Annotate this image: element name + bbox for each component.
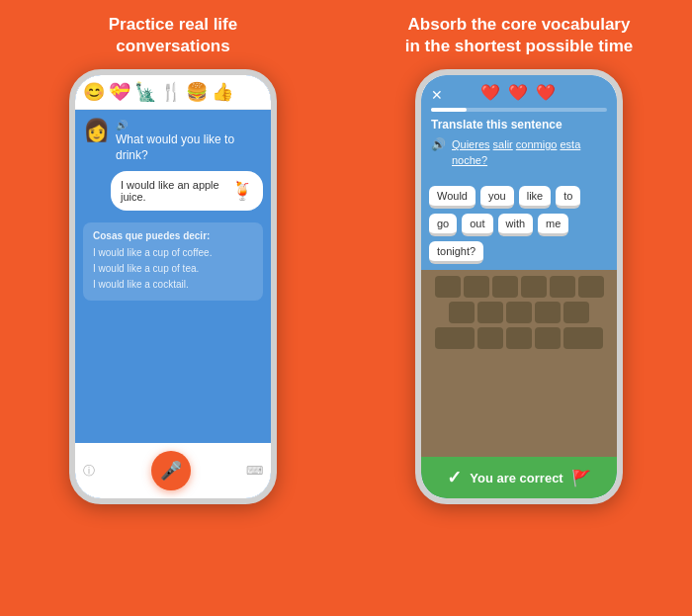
key-row-1 xyxy=(427,276,611,298)
key[interactable] xyxy=(506,302,532,323)
header-top-row: ✕ ❤️ ❤️ ❤️ xyxy=(431,83,607,106)
keyboard-icon[interactable]: ⌨ xyxy=(246,464,263,478)
cocktail-emoji: 🍹 xyxy=(231,180,253,202)
key[interactable] xyxy=(563,327,603,349)
conversation-area: 👩 🔊 What would you like to drink? I woul… xyxy=(75,110,271,443)
left-section: Practice real life conversations 😊 💝 🗽 🍴… xyxy=(0,0,346,616)
correct-text: You are correct xyxy=(470,471,562,485)
key[interactable] xyxy=(521,276,547,298)
response-bubble: I would like an apple juice. 🍹 xyxy=(111,171,263,211)
spanish-text: Quieres salir conmigo estanoche? xyxy=(452,137,580,168)
key[interactable] xyxy=(477,327,503,349)
keyboard-area xyxy=(421,270,617,457)
sentence-speaker-icon[interactable]: 🔊 xyxy=(431,137,446,151)
question-bubble: 🔊 What would you like to drink? xyxy=(116,120,234,163)
tile-like[interactable]: like xyxy=(519,186,552,209)
key[interactable] xyxy=(535,327,561,349)
mic-icon: 🎤 xyxy=(160,460,182,482)
suggestions-box: Cosas que puedes decir: I would like a c… xyxy=(83,222,263,301)
emoji-1: 😊 xyxy=(83,81,105,103)
mic-button[interactable]: 🎤 xyxy=(151,451,191,490)
left-screen: 😊 💝 🗽 🍴 🍔 👍 👩 🔊 What would you like to d… xyxy=(75,75,271,498)
right-caption: Absorb the core vocabulary in the shorte… xyxy=(405,14,634,57)
left-phone: 😊 💝 🗽 🍴 🍔 👍 👩 🔊 What would you like to d… xyxy=(69,69,277,504)
emoji-3: 🗽 xyxy=(134,81,156,103)
right-section: Absorb the core vocabulary in the shorte… xyxy=(346,0,692,616)
right-header: ✕ ❤️ ❤️ ❤️ Translate this sentence 🔊 Qui… xyxy=(421,75,617,180)
key-row-3 xyxy=(427,327,611,349)
emoji-4: 🍴 xyxy=(160,81,182,103)
suggestion-1: I would like a cup of coffee. xyxy=(93,245,253,261)
translate-label: Translate this sentence xyxy=(431,118,607,132)
hearts-row: ❤️ ❤️ ❤️ xyxy=(480,83,556,102)
close-button[interactable]: ✕ xyxy=(431,87,443,103)
key[interactable] xyxy=(563,302,589,323)
emoji-6: 👍 xyxy=(212,81,233,103)
progress-bar xyxy=(431,108,607,112)
question-text: What would you like to drink? xyxy=(116,132,234,163)
suggestion-2: I would like a cup of tea. xyxy=(93,261,253,277)
emoji-2: 💝 xyxy=(109,81,130,103)
key[interactable] xyxy=(464,276,489,298)
progress-fill xyxy=(431,108,467,112)
key-row-2 xyxy=(427,302,611,323)
right-phone: ✕ ❤️ ❤️ ❤️ Translate this sentence 🔊 Qui… xyxy=(415,69,623,504)
emoji-bar: 😊 💝 🗽 🍴 🍔 👍 xyxy=(75,75,271,110)
speaker-icon[interactable]: 🔊 xyxy=(116,120,234,131)
question-row: 👩 🔊 What would you like to drink? xyxy=(83,120,263,163)
tile-you[interactable]: you xyxy=(480,186,514,209)
tile-would[interactable]: Would xyxy=(429,186,476,209)
word-tiles-area: Would you like to go out with me tonight… xyxy=(421,180,617,270)
key[interactable] xyxy=(535,302,561,323)
suggestion-3: I would like a cocktail. xyxy=(93,277,253,293)
tile-me[interactable]: me xyxy=(538,214,568,236)
key[interactable] xyxy=(477,302,503,323)
key[interactable] xyxy=(449,302,475,323)
key[interactable] xyxy=(506,327,532,349)
info-icon[interactable]: ⓘ xyxy=(83,463,95,480)
suggestions-title: Cosas que puedes decir: xyxy=(93,230,253,241)
emoji-5: 🍔 xyxy=(186,81,208,103)
response-text: I would like an apple juice. xyxy=(121,179,225,203)
heart-1: ❤️ xyxy=(480,83,500,102)
key[interactable] xyxy=(578,276,604,298)
flag-icon: 🚩 xyxy=(571,469,591,487)
tile-go[interactable]: go xyxy=(429,214,457,236)
tile-tonight[interactable]: tonight? xyxy=(429,241,483,264)
key[interactable] xyxy=(492,276,518,298)
tile-to[interactable]: to xyxy=(556,186,580,209)
spanish-sentence: 🔊 Quieres salir conmigo estanoche? xyxy=(431,137,607,168)
right-screen: ✕ ❤️ ❤️ ❤️ Translate this sentence 🔊 Qui… xyxy=(421,75,617,498)
checkmark-icon: ✓ xyxy=(447,467,462,488)
key[interactable] xyxy=(435,276,461,298)
key[interactable] xyxy=(550,276,575,298)
heart-3: ❤️ xyxy=(536,83,556,102)
correct-bar: ✓ You are correct 🚩 xyxy=(421,457,617,498)
left-caption: Practice real life conversations xyxy=(109,14,237,57)
tile-with[interactable]: with xyxy=(498,214,534,236)
avatar: 👩 xyxy=(83,120,110,141)
heart-2: ❤️ xyxy=(508,83,528,102)
tile-out[interactable]: out xyxy=(462,214,492,236)
key[interactable] xyxy=(435,327,475,349)
bottom-bar: ⓘ 🎤 ⌨ xyxy=(75,443,271,498)
